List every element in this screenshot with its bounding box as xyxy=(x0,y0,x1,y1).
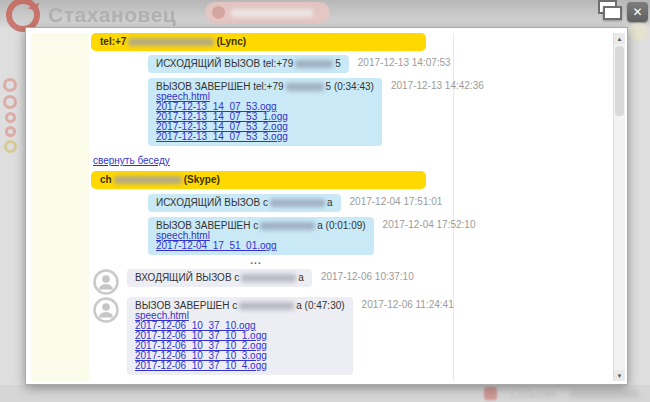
message-row: ИСХОДЯЩИЙ ВЫЗОВ ca 2017-12-04 17:51:01 xyxy=(148,194,469,212)
message-bubble-incoming: ВХОДЯЩИЙ ВЫЗОВ ca xyxy=(127,269,312,287)
message-bubble-outgoing: ВЫЗОВ ЗАВЕРШЕН ca (0:01:09) speech.html … xyxy=(148,217,374,255)
ogg-link[interactable]: 2017-12-06_10_37_10_4.ogg xyxy=(135,361,345,371)
message-row: ИСХОДЯЩИЙ ВЫЗОВ tel:+795 2017-12-13 14:0… xyxy=(148,55,469,73)
message-title: ИСХОДЯЩИЙ ВЫЗОВ ca xyxy=(156,197,333,208)
avatar xyxy=(93,269,119,295)
avatar xyxy=(93,297,119,323)
header-text: ch xyxy=(100,171,112,189)
footer-red-icon xyxy=(484,387,497,400)
header-text: (Skype) xyxy=(184,171,220,189)
sidebar-ring-icon xyxy=(5,126,16,137)
scrollbar-thumb[interactable] xyxy=(615,46,624,116)
scrollbar-down-arrow[interactable]: ▼ xyxy=(614,370,625,381)
message-row: ВХОДЯЩИЙ ВЫЗОВ ca 2017-12-06 10:37:10 xyxy=(93,269,469,295)
message-bubble-outgoing: ИСХОДЯЩИЙ ВЫЗОВ ca xyxy=(148,194,341,212)
footer-events-link: События xyxy=(511,388,556,400)
redacted-contact-name xyxy=(260,222,315,230)
redacted-contact-name xyxy=(114,176,182,184)
redacted-phone-number xyxy=(286,83,324,91)
chat-left-gutter xyxy=(31,33,89,381)
timestamp: 2017-12-06 11:24:41 xyxy=(362,297,454,310)
logo-text: Стахановец xyxy=(48,3,176,27)
redacted-contact-name xyxy=(241,274,296,282)
message-row: ВЫЗОВ ЗАВЕРШЕН ca (0:47:30) speech.html … xyxy=(93,297,469,375)
background-help-icon xyxy=(629,22,648,41)
message-bubble-outgoing: ВЫЗОВ ЗАВЕРШЕН tel:+795 (0:34:43) speech… xyxy=(148,78,382,146)
sidebar-ring-icon xyxy=(4,140,17,153)
redacted-phone-number xyxy=(295,60,333,68)
message-row: ВЫЗОВ ЗАВЕРШЕН ca (0:01:09) speech.html … xyxy=(148,217,469,255)
redacted-button-label xyxy=(231,9,313,17)
background-page-header: Стахановец xyxy=(0,0,650,27)
message-title: ИСХОДЯЩИЙ ВЫЗОВ tel:+795 xyxy=(156,58,341,69)
background-sidebar-icons xyxy=(1,75,19,156)
conversation-header-lync: tel:+7 (Lync) xyxy=(91,33,426,51)
sidebar-ring-icon xyxy=(3,95,17,109)
timestamp: 2017-12-13 14:42:36 xyxy=(391,78,484,91)
restore-window-icon xyxy=(603,6,622,20)
collapse-conversation-link[interactable]: свернуть беседу xyxy=(93,155,170,166)
message-bubble-incoming: ВЫЗОВ ЗАВЕРШЕН ca (0:47:30) speech.html … xyxy=(127,297,353,375)
ogg-link[interactable]: 2017-12-04_17_51_01.ogg xyxy=(156,241,366,251)
background-footer: События xyxy=(0,385,650,402)
conversation-header-skype: ch (Skype) xyxy=(91,171,426,189)
timestamp: 2017-12-06 10:37:10 xyxy=(321,269,414,282)
background-generate-button xyxy=(205,2,330,23)
messages-modal-window: tel:+7 (Lync) ИСХОДЯЩИЙ ВЫЗОВ tel:+795 2… xyxy=(25,27,628,385)
close-icon: ✕ xyxy=(632,5,642,19)
timestamp: 2017-12-13 14:07:53 xyxy=(358,55,451,68)
generate-button-icon xyxy=(212,6,225,19)
timestamp: 2017-12-04 17:51:01 xyxy=(350,194,443,207)
close-button[interactable]: ✕ xyxy=(627,2,648,22)
scrollbar[interactable]: ▲ ▼ xyxy=(613,33,625,381)
redacted-contact-name xyxy=(270,199,325,207)
message-bubble-outgoing: ИСХОДЯЩИЙ ВЫЗОВ tel:+795 xyxy=(148,55,349,73)
timestamp: 2017-12-04 17:52:10 xyxy=(383,217,476,230)
redacted-contact-name xyxy=(239,302,294,310)
message-title: ВХОДЯЩИЙ ВЫЗОВ ca xyxy=(135,272,304,283)
redacted-phone-number xyxy=(128,38,214,46)
chat-history: tel:+7 (Lync) ИСХОДЯЩИЙ ВЫЗОВ tel:+795 2… xyxy=(91,33,469,375)
restore-window-button[interactable] xyxy=(596,0,624,24)
sidebar-ring-icon xyxy=(5,112,16,123)
scrollbar-up-arrow[interactable]: ▲ xyxy=(614,33,625,44)
ogg-link[interactable]: 2017-12-13_14_07_53_3.ogg xyxy=(156,132,374,142)
header-text: tel:+7 xyxy=(100,33,126,51)
header-text: (Lync) xyxy=(216,33,246,51)
sidebar-ring-icon xyxy=(3,78,17,92)
message-row: ВЫЗОВ ЗАВЕРШЕН tel:+795 (0:34:43) speech… xyxy=(148,78,469,146)
collapsed-messages-dots: ... xyxy=(91,257,421,267)
redacted-footer-link xyxy=(570,390,640,398)
